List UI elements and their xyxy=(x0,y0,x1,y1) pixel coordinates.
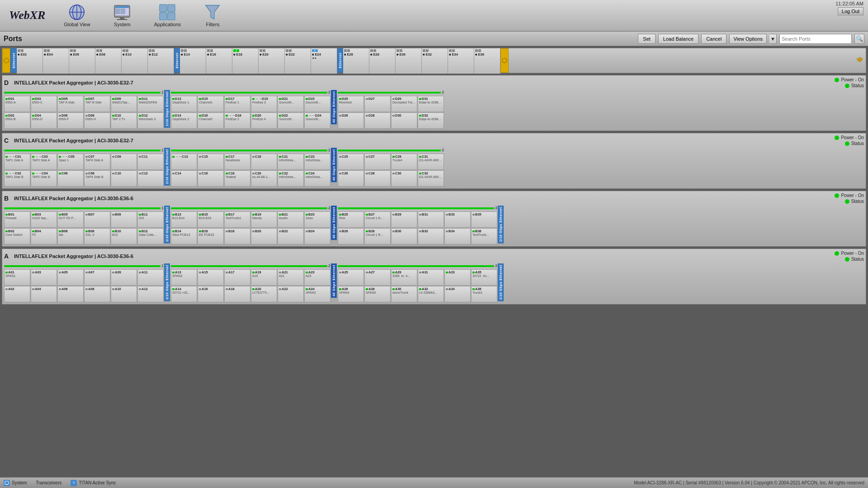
port-A05[interactable]: A05 xyxy=(57,269,84,286)
port-B14[interactable]: B14Slice PCB13 xyxy=(171,228,197,244)
port-D10[interactable]: D10TAP 2 Tx xyxy=(111,113,137,129)
port-D13[interactable]: D13GigaStore 1 xyxy=(171,96,197,112)
load-balance-button[interactable]: Load Balance xyxy=(658,34,698,44)
port-A21[interactable]: A21A21 xyxy=(278,269,304,286)
port-A28[interactable]: A28SPAN5 xyxy=(364,286,391,302)
port-E34[interactable]: ■ E34 xyxy=(448,48,474,74)
port-B25[interactable]: B25Rick xyxy=(338,211,364,228)
port-E10[interactable]: ■ E10 xyxy=(122,48,148,74)
port-A34[interactable]: A34 xyxy=(444,286,471,302)
logout-button[interactable]: Log Out xyxy=(838,7,863,15)
port-B27[interactable]: B27Circuit 1 D... xyxy=(364,211,391,228)
port-D31[interactable]: D31Edge-to-3288XR-2 xyxy=(418,96,444,112)
port-B15[interactable]: B15B15-B16 xyxy=(198,211,224,228)
port-C31[interactable]: C31ES-44XR-88XR-4... xyxy=(418,154,444,170)
port-D01[interactable]: D016500-A xyxy=(4,96,30,112)
port-E18[interactable]: ■ E18 xyxy=(232,48,259,74)
port-B33[interactable]: B33 xyxy=(444,211,471,228)
port-E02[interactable]: ■ E02 xyxy=(17,48,43,74)
port-B03[interactable]: B03H1A2 byp... xyxy=(31,211,57,228)
port-A29[interactable]: A293288_to_4... xyxy=(391,269,417,286)
port-B28[interactable]: B28Circuit 1 R... xyxy=(364,228,391,244)
port-A07[interactable]: A07 xyxy=(84,269,110,286)
port-D09[interactable]: D09Web01Tap... xyxy=(111,96,137,112)
port-B18[interactable]: B18 xyxy=(224,228,250,244)
global-view-button[interactable]: Global View xyxy=(57,1,97,30)
port-D18[interactable]: →→D18FireEye 2 xyxy=(224,113,250,129)
port-D16[interactable]: D16Channel2 xyxy=(198,113,224,129)
port-E16[interactable]: ■ E16 xyxy=(206,48,232,74)
port-C29[interactable]: C29Trunk4 xyxy=(391,154,417,170)
port-B31[interactable]: B31 xyxy=(418,211,444,228)
port-B11[interactable]: B11IDS xyxy=(137,211,164,228)
port-C18[interactable]: C18Tealeaf xyxy=(224,170,250,187)
port-A14[interactable]: A1430722->32... xyxy=(171,286,197,302)
port-B16[interactable]: B16EE PCB15 xyxy=(198,228,224,244)
port-C30[interactable]: C30 xyxy=(391,170,417,187)
port-E20[interactable]: ■ E20 xyxy=(259,48,285,74)
port-E04[interactable]: ■ E04 xyxy=(43,48,69,74)
port-D32[interactable]: D32Edge-to-3288XR xyxy=(418,113,444,129)
port-C12[interactable]: C12 xyxy=(137,170,164,187)
port-E12[interactable]: ■ E12 xyxy=(148,48,174,74)
search-button[interactable]: 🔍 xyxy=(854,34,864,44)
cancel-button[interactable]: Cancel xyxy=(701,34,726,44)
port-D17[interactable]: D17FireEye 1 xyxy=(224,96,250,112)
port-E28[interactable]: ■ E28 xyxy=(369,48,396,74)
port-A04[interactable]: A04 xyxy=(31,286,57,302)
port-E30[interactable]: ■ E30 xyxy=(396,48,422,74)
port-C21[interactable]: C21InfiniStrea... xyxy=(278,154,304,170)
port-D04[interactable]: D046500-D xyxy=(31,113,57,129)
port-C19[interactable]: C19 xyxy=(251,154,277,170)
port-A30[interactable]: A30demoTrunk xyxy=(391,286,417,302)
port-C07[interactable]: C07TAP4 Side A xyxy=(84,154,110,170)
port-D23[interactable]: D23Sourcefir... xyxy=(304,96,330,112)
port-E24[interactable]: ■ E24✦✦ xyxy=(311,48,337,74)
port-D03[interactable]: D036500-C xyxy=(31,96,57,112)
port-A08[interactable]: A08 xyxy=(84,286,110,302)
port-B23[interactable]: B23Sean xyxy=(304,211,330,228)
port-A01[interactable]: A01SPAN1 xyxy=(4,269,30,286)
port-D24[interactable]: →→D24Sourcefir... xyxy=(304,113,330,129)
port-C23[interactable]: C23InfiniStrea... xyxy=(304,154,330,170)
search-ports-input[interactable] xyxy=(779,34,852,44)
port-B10[interactable]: B10B10 xyxy=(111,228,137,244)
port-A16[interactable]: A16 xyxy=(198,286,224,302)
port-D25[interactable]: D25Riverbed xyxy=(338,96,364,112)
port-A03[interactable]: A03 xyxy=(31,269,57,286)
yellow-port-right[interactable] xyxy=(500,48,509,73)
port-B36[interactable]: B36TestTrunk... xyxy=(471,228,497,244)
port-A24[interactable]: A24SPAN3 xyxy=(304,286,330,302)
port-D02[interactable]: D026500-B xyxy=(4,113,30,129)
port-A20[interactable]: A20LVTESTTr... xyxy=(251,286,277,302)
port-A26[interactable]: A26SPAN4 xyxy=(338,286,364,302)
port-B19[interactable]: B19Mandy xyxy=(251,211,277,228)
port-A12[interactable]: A12 xyxy=(137,286,164,302)
port-C25[interactable]: C25 xyxy=(338,154,364,170)
system-button[interactable]: System xyxy=(102,1,142,30)
port-A25[interactable]: A25 xyxy=(338,269,364,286)
port-E26[interactable]: ■ E26 xyxy=(343,48,369,74)
port-C28[interactable]: C28 xyxy=(364,170,391,187)
port-D12[interactable]: D12Wireshark 3 xyxy=(137,113,164,129)
port-C13[interactable]: →→C13 xyxy=(171,154,197,170)
port-A31[interactable]: A31 xyxy=(418,269,444,286)
port-B02[interactable]: B02Core Switch xyxy=(4,228,30,244)
port-B04[interactable]: B04F5 xyxy=(31,228,57,244)
filters-button[interactable]: Filters xyxy=(192,1,233,30)
port-D20[interactable]: D20FireEye 4 xyxy=(251,113,277,129)
port-E08[interactable]: ■ E08 xyxy=(95,48,122,74)
port-D08[interactable]: D086500-H xyxy=(84,113,110,129)
port-D11[interactable]: D11Web02SPAN xyxy=(137,96,164,112)
port-A09[interactable]: A09 xyxy=(111,269,137,286)
port-B12[interactable]: B12Data Colle... xyxy=(137,228,164,244)
view-options-arrow[interactable]: ▼ xyxy=(769,34,777,44)
port-C06[interactable]: C06 xyxy=(57,170,84,187)
port-C01[interactable]: →→C01TAP1 Side A xyxy=(4,154,30,170)
port-C27[interactable]: C27 xyxy=(364,154,391,170)
port-D05[interactable]: D05TAP A Side xyxy=(57,96,84,112)
port-D29[interactable]: D29Decrypted Traffic xyxy=(391,96,417,112)
set-button[interactable]: Set xyxy=(638,34,656,44)
port-B13[interactable]: B13B13-B14 xyxy=(171,211,197,228)
port-C17[interactable]: C17Newitness xyxy=(224,154,250,170)
